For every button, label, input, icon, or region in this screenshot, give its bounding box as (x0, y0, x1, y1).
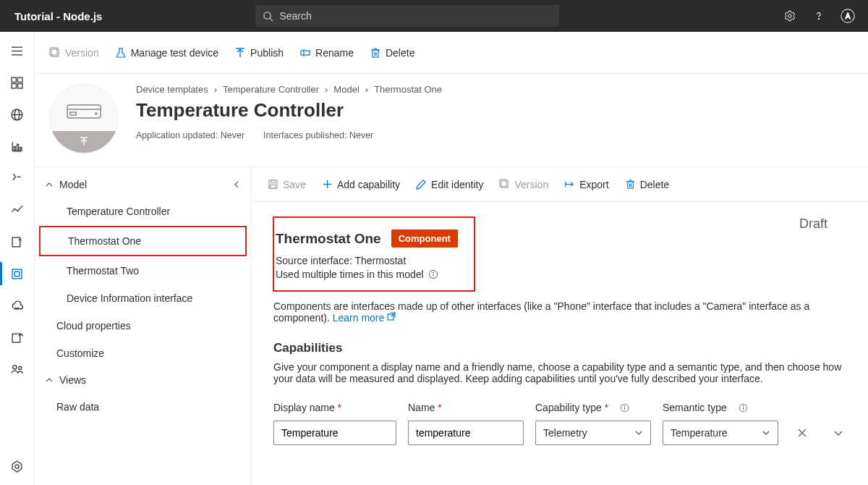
svg-rect-49 (271, 180, 276, 183)
breadcrumb-item[interactable]: Temperature Controller (223, 84, 319, 95)
svg-line-1 (271, 18, 273, 21)
svg-point-3 (818, 19, 819, 20)
chevron-up-icon (45, 180, 54, 189)
published-meta: Interfaces published: Never (263, 130, 373, 140)
breadcrumb-item[interactable]: Model (333, 84, 359, 95)
semantic-type-select[interactable]: Temperature (663, 421, 778, 445)
sidebar-item-raw-data[interactable]: Raw data (35, 393, 251, 421)
version-button[interactable]: Version (49, 47, 99, 59)
globe-icon[interactable] (0, 98, 35, 130)
chevron-up-icon (45, 376, 54, 384)
app-title: Tutorial - Node.js (6, 10, 111, 22)
analytics-icon[interactable] (0, 194, 35, 226)
cloud-icon[interactable] (0, 290, 35, 321)
svg-point-27 (19, 366, 22, 369)
page-title: Temperature Controller (136, 99, 858, 122)
jobs-icon[interactable] (0, 226, 35, 258)
publish-button[interactable]: Publish (234, 47, 284, 59)
model-header[interactable]: Model (35, 172, 251, 198)
svg-point-26 (13, 365, 17, 368)
chevron-down-icon (762, 429, 770, 437)
chart-icon[interactable] (0, 130, 35, 162)
capability-type-select[interactable]: Telemetry (535, 421, 651, 445)
gear-icon[interactable] (775, 0, 804, 32)
sidebar-item-temp-controller[interactable]: Temperature Controller (35, 198, 251, 225)
sidebar-item-thermostat-two[interactable]: Thermostat Two (35, 257, 251, 284)
admin-icon[interactable] (0, 353, 35, 385)
name-input[interactable] (408, 421, 524, 445)
svg-rect-57 (627, 182, 633, 188)
svg-point-69 (624, 405, 625, 406)
svg-rect-20 (20, 147, 22, 150)
svg-rect-50 (271, 185, 276, 188)
used-multiple-label: Used multiple times in this model (276, 269, 424, 280)
add-capability-button[interactable]: Add capability (322, 179, 400, 190)
rename-button[interactable]: Rename (299, 47, 354, 59)
svg-rect-23 (12, 269, 22, 279)
save-button[interactable]: Save (268, 179, 306, 190)
hamburger-icon[interactable] (0, 35, 35, 67)
upload-icon (78, 136, 90, 148)
capability-row: Telemetry Temperature (273, 421, 851, 445)
export-button[interactable]: Export (564, 179, 608, 190)
template-toolbar: Version Manage test device Publish Renam… (35, 32, 868, 74)
edit-identity-button[interactable]: Edit identity (416, 179, 483, 190)
learn-more-link[interactable]: Learn more (333, 312, 396, 324)
svg-rect-25 (12, 334, 20, 342)
account-icon[interactable]: A (833, 0, 862, 32)
sidebar-item-cloud[interactable]: Cloud properties (35, 312, 251, 340)
device-templates-icon[interactable] (0, 258, 35, 290)
svg-point-45 (95, 113, 97, 114)
views-header[interactable]: Views (35, 367, 251, 393)
info-icon[interactable] (739, 403, 748, 413)
sidebar-item-customize[interactable]: Customize (35, 340, 251, 367)
capabilities-desc: Give your component a display name and a… (273, 361, 851, 384)
breadcrumb-item[interactable]: Device templates (136, 84, 208, 95)
svg-rect-10 (18, 77, 22, 82)
svg-rect-24 (14, 271, 19, 276)
capabilities-title: Capabilities (273, 341, 851, 355)
svg-point-0 (264, 12, 271, 18)
chevron-left-icon[interactable] (232, 180, 241, 189)
svg-marker-28 (12, 461, 22, 472)
svg-point-72 (743, 405, 744, 406)
sidebar-item-thermostat-one[interactable]: Thermostat One (41, 227, 245, 255)
nav-rail (0, 32, 35, 485)
manage-test-device-button[interactable]: Manage test device (115, 47, 218, 59)
display-name-input[interactable] (273, 421, 396, 445)
app-settings-icon[interactable] (0, 450, 35, 482)
component-title: Thermostat One (276, 231, 381, 247)
svg-rect-18 (14, 146, 15, 150)
dashboard-icon[interactable] (0, 67, 35, 98)
svg-rect-42 (67, 105, 101, 118)
capabilities-header: Display name * Name * Capability type * … (273, 402, 851, 413)
device-icon (49, 84, 119, 153)
svg-rect-11 (12, 83, 16, 88)
model-sidebar: Model Temperature Controller Thermostat … (35, 167, 252, 485)
panel-version-button[interactable]: Version (499, 179, 548, 190)
status-badge: Draft (799, 216, 827, 232)
info-icon[interactable] (428, 269, 438, 279)
svg-rect-9 (12, 77, 16, 82)
svg-rect-37 (373, 50, 378, 57)
data-export-icon[interactable] (0, 321, 35, 353)
remove-row-button[interactable] (790, 421, 814, 445)
svg-point-29 (15, 464, 19, 468)
svg-rect-35 (301, 51, 310, 55)
info-icon[interactable] (620, 403, 629, 413)
updated-meta: Application updated: Never (136, 130, 244, 140)
panel-toolbar: Save Add capability Edit identity Versio… (252, 167, 868, 202)
search-icon (263, 11, 273, 22)
svg-rect-44 (70, 112, 76, 115)
help-icon[interactable] (804, 0, 833, 32)
delete-button[interactable]: Delete (370, 47, 414, 59)
rules-icon[interactable] (0, 162, 35, 194)
svg-text:A: A (846, 12, 851, 20)
topbar: Tutorial - Node.js Search A (0, 0, 868, 32)
panel-delete-button[interactable]: Delete (625, 179, 669, 190)
expand-row-button[interactable] (826, 421, 851, 445)
component-badge: Component (391, 229, 458, 248)
search-input[interactable]: Search (255, 5, 559, 27)
sidebar-item-device-info[interactable]: Device Information interface (35, 284, 251, 312)
svg-point-2 (788, 14, 792, 18)
